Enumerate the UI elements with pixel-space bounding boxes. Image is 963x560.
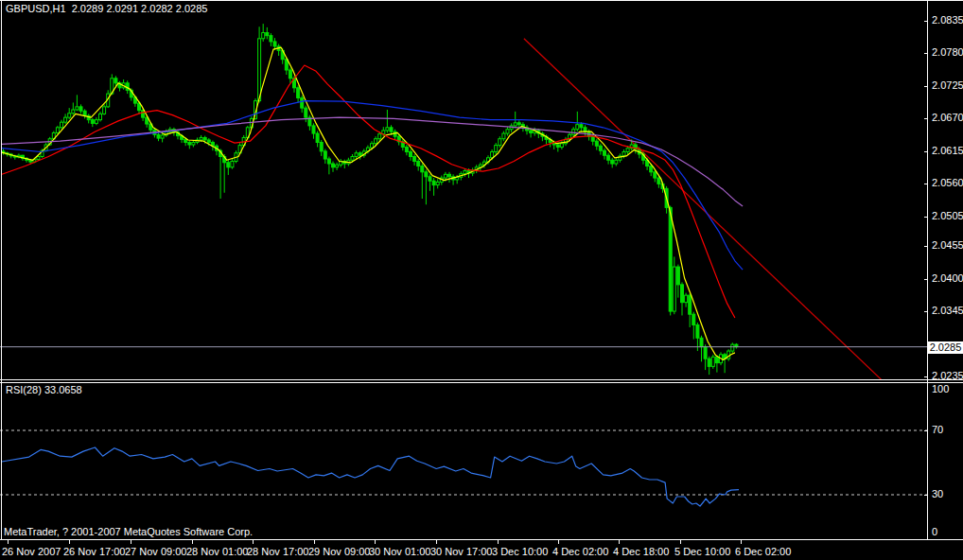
candle-body-bear (157, 134, 160, 138)
time-axis-tick (558, 540, 559, 544)
candle-body-bear (305, 108, 307, 117)
rsi-axis-label: 0 (932, 526, 963, 537)
candle-body-bear (692, 314, 695, 324)
candle-body-bull (192, 142, 195, 145)
candle-body-bull (258, 39, 261, 101)
candle-body-bear (390, 128, 393, 131)
candle-body-bear (708, 359, 710, 366)
time-axis-label: 4 Dec 02:00 (552, 546, 608, 557)
candle-body-bear (289, 70, 291, 79)
price-axis-label: 2.0400 (932, 272, 963, 284)
candle-body-bear (700, 338, 703, 346)
rsi-axis-label: 70 (932, 424, 963, 435)
candle-body-bear (591, 136, 594, 141)
candle-body-bear (405, 147, 408, 151)
time-axis-tick (131, 540, 131, 544)
time-axis-label: 26 Nov 2007 (2, 546, 61, 557)
candle-body-bear (327, 159, 330, 164)
candle-body-bull (262, 33, 265, 39)
price-axis-label: 2.0670 (932, 112, 963, 123)
candle-body-bear (83, 111, 86, 115)
ma-purple-line (2, 117, 743, 206)
ma-red-line (2, 65, 735, 318)
candle-body-bear (650, 166, 653, 172)
time-axis-tick (375, 540, 376, 544)
candle-body-bull (375, 139, 377, 144)
candle-body-bull (68, 114, 71, 117)
price-axis-label: 2.0725 (932, 79, 963, 91)
candle-body-bear (142, 111, 145, 118)
current-price-box: 2.0285 (928, 341, 963, 354)
time-axis-label: 3 Dec 10:00 (492, 546, 548, 557)
time-axis-tick (436, 540, 437, 544)
candle-body-bull (161, 135, 164, 138)
time-axis-tick (741, 540, 742, 544)
candle-body-bear (203, 137, 206, 140)
rsi-indicator-canvas[interactable] (0, 383, 963, 540)
candle-body-bear (266, 33, 269, 36)
candle-body-bear (425, 172, 428, 177)
candle-body-bull (576, 125, 579, 130)
candle-body-bear (715, 357, 718, 362)
candle-body-bull (685, 295, 688, 303)
candle-body-bull (64, 117, 67, 122)
metatrader-chart-window: GBPUSD,H1 2.0289 2.0291 2.0282 2.0285 RS… (0, 0, 963, 560)
candle-body-bull (514, 123, 517, 126)
candle-body-bear (188, 142, 191, 145)
time-axis-label: 27 Nov 09:00 (125, 546, 186, 557)
candle-body-bear (285, 60, 288, 70)
time-axis-tick (680, 540, 681, 544)
time-axis-label: 28 Nov 01:00 (186, 546, 248, 557)
time-axis-tick (253, 540, 254, 544)
main-chart-canvas[interactable] (0, 0, 963, 379)
price-axis-label: 2.0615 (932, 145, 963, 156)
candle-body-bull (622, 151, 625, 155)
time-axis-tick (8, 540, 9, 544)
time-axis-label: 5 Dec 10:00 (674, 546, 730, 557)
candle-body-bull (76, 107, 79, 110)
candle-body-bull (444, 174, 446, 178)
candle-body-bear (704, 347, 707, 359)
candle-body-bear (417, 162, 420, 166)
time-axis-tick (192, 540, 193, 544)
candle-body-bear (297, 88, 300, 98)
candle-body-bear (324, 151, 326, 159)
candle-body-bull (673, 267, 675, 311)
window-top-border (0, 0, 963, 1)
candle-body-bull (351, 157, 354, 161)
candle-body-bull (371, 144, 374, 148)
time-axis-label: 6 Dec 02:00 (735, 546, 791, 557)
time-axis-tick (314, 540, 315, 544)
candle-body-bull (572, 130, 575, 135)
candle-body-bull (200, 137, 202, 140)
candle-body-bull (231, 162, 234, 167)
rsi-axis-label: 30 (932, 488, 963, 499)
candle-body-bull (103, 107, 106, 114)
copyright-text: MetaTrader, ? 2001-2007 MetaQuotes Softw… (4, 526, 253, 537)
candle-body-bull (731, 344, 734, 351)
window-left-border (1, 0, 2, 539)
candle-body-bull (56, 128, 59, 133)
candle-body-bear (611, 160, 614, 164)
candle-body-bull (491, 151, 494, 157)
price-axis-label: 2.0780 (932, 46, 963, 58)
candle-body-bull (72, 110, 75, 114)
rsi-indicator-label: RSI(28) 33.0658 (6, 384, 82, 395)
candle-body-bull (95, 120, 97, 124)
candle-body-bull (336, 165, 339, 167)
rsi-line (2, 447, 739, 506)
candle-body-bear (332, 164, 335, 167)
candles-layer (2, 24, 738, 375)
time-axis-tick (69, 540, 70, 544)
candle-body-bull (506, 130, 509, 133)
candle-body-bull (99, 114, 102, 119)
candle-body-bear (320, 142, 323, 150)
candle-body-bear (413, 157, 416, 162)
candle-body-bull (499, 139, 501, 146)
time-axis-label: 26 Nov 17:00 (63, 546, 125, 557)
time-axis-label: 29 Nov 09:00 (308, 546, 370, 557)
candle-body-bull (560, 144, 563, 148)
rsi-axis-label: 100 (932, 383, 963, 394)
candle-body-bear (227, 163, 230, 167)
ma-blue-line (2, 101, 743, 271)
